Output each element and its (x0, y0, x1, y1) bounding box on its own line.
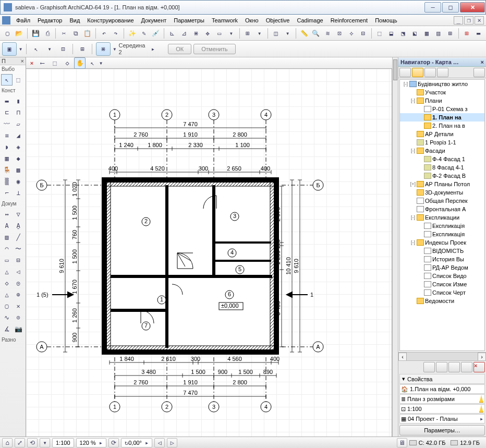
change-tool-icon[interactable]: △ (1, 289, 13, 300)
mdi-restore-button[interactable]: ❐ (464, 16, 473, 25)
play-icon[interactable]: ▸ (147, 43, 159, 55)
find-icon[interactable]: 🔍 (311, 28, 322, 39)
label-tool-icon[interactable]: A̱ (13, 220, 24, 232)
snap-mode-1-icon[interactable]: ⊾ (167, 28, 178, 39)
quick-options-icon[interactable]: ⌂ (2, 438, 13, 447)
tree-item[interactable]: ВІДОМІСТЬ (400, 247, 484, 255)
door-tool-icon[interactable]: ⊏ (1, 107, 13, 118)
nav-next-icon[interactable]: ▷ (167, 438, 177, 447)
grid-tool-icon[interactable]: ⊕ (13, 289, 24, 300)
parameters-button[interactable]: Параметры… (399, 425, 485, 435)
copy-icon[interactable]: ⧉ (70, 28, 81, 39)
tree-item[interactable]: [-]Плани (400, 96, 484, 105)
end-tool-icon[interactable]: ⊥ (13, 187, 24, 199)
nav-settings-icon[interactable] (461, 362, 472, 372)
snap-mode-3-icon[interactable]: ⋇ (190, 28, 201, 39)
tree-item[interactable]: 2. План на в (400, 122, 484, 130)
line-tool-icon[interactable]: ╱ (13, 232, 24, 243)
tab-nav-icon[interactable]: ⟵ (37, 57, 48, 69)
minimize-button[interactable]: — (424, 2, 441, 13)
nav-tab-popup[interactable] (473, 68, 485, 77)
detail-view-icon[interactable]: ⬕ (409, 28, 420, 39)
tab-select-poly-icon[interactable]: ◇ (62, 57, 73, 69)
teamwork-icon[interactable]: ⊞ (461, 28, 472, 39)
corner-tool-icon[interactable]: ⌐ (1, 187, 13, 199)
orbit-icon[interactable]: ⟳ (108, 438, 119, 447)
menu-окно[interactable]: Окно (241, 16, 262, 25)
drawing-tool-icon[interactable]: ▭ (1, 255, 13, 266)
menu-teamwork[interactable]: Teamwork (208, 16, 241, 25)
tree-item[interactable]: 8 Фасад 4-1 (400, 163, 484, 172)
detail-tool-icon[interactable]: ◎ (13, 277, 24, 289)
window-tool-icon[interactable]: ⊓ (13, 107, 24, 118)
snap-mode-2-icon[interactable]: ⊿ (179, 28, 190, 39)
close-button[interactable]: ✕ (460, 2, 485, 13)
cursor-arrow-dd-icon[interactable]: ▾ (44, 43, 55, 55)
beam-tool-icon[interactable]: 〰 (1, 118, 13, 130)
camera-tool-icon[interactable]: 📷 (13, 323, 24, 335)
tree-item[interactable]: Список Видо (400, 272, 484, 280)
prop-name-input[interactable] (415, 386, 486, 392)
tree-item[interactable]: Р-01 Схема з (400, 105, 484, 113)
menu-документ[interactable]: Документ (138, 16, 171, 25)
layer-combo-icon[interactable]: ⊡ (334, 28, 345, 39)
zoom-dd-icon[interactable]: ▾ (40, 438, 50, 447)
drawing-canvas[interactable]: 1234 1234 ББАА (26, 69, 392, 437)
text-tool-icon[interactable]: A (1, 220, 13, 232)
tree-item[interactable]: [-]Фасади (400, 147, 484, 155)
nav-tab-publisher[interactable] (437, 68, 448, 77)
cut-icon[interactable]: ✂ (58, 28, 69, 39)
zone-tool-icon[interactable]: ▩ (13, 164, 24, 176)
tree-item[interactable]: [-]Индексы Проек (400, 238, 484, 247)
mdi-close-button[interactable]: × (475, 16, 484, 25)
prop-layout-input[interactable] (408, 416, 480, 422)
layout-icon[interactable]: ▤ (433, 28, 444, 39)
polyline-tool-icon[interactable]: 〜 (13, 243, 24, 255)
snap-mode-6-icon[interactable]: ▾ (226, 28, 237, 39)
nav-clone-icon[interactable] (448, 362, 460, 372)
tab-cursor-icon[interactable]: ↖ (87, 57, 98, 69)
skylight-tool-icon[interactable]: ◈ (13, 141, 24, 153)
fill-tool-icon[interactable]: ▨ (1, 232, 13, 243)
tree-item[interactable]: Ф-4 Фасад 1 (400, 155, 484, 163)
menu-reinforcement[interactable]: Reinforcement (327, 16, 372, 25)
tree-item[interactable]: [-]Будівництво житло (400, 80, 484, 88)
stair-tool-icon[interactable]: ≡ (1, 130, 13, 141)
worksheet-tool-icon[interactable]: ◇ (1, 277, 13, 289)
tree-item[interactable]: 1 Розріз 1-1 (400, 138, 484, 147)
slab-tool-icon[interactable]: ▱ (13, 118, 24, 130)
magic-wand-icon[interactable]: ✨ (127, 28, 138, 39)
close-tab-icon[interactable]: × (28, 59, 35, 67)
navigator-close-icon[interactable]: × (481, 59, 484, 65)
open-file-icon[interactable]: 📂 (14, 28, 25, 39)
menu-cadimage[interactable]: Cadimage (293, 16, 326, 25)
redo-icon[interactable]: ↷ (111, 28, 122, 39)
nav-prev-icon[interactable]: ◁ (154, 438, 165, 447)
menu-конструирование[interactable]: Конструирование (83, 16, 137, 25)
new-file-icon[interactable]: ▢ (2, 28, 13, 39)
wall-tool-icon[interactable]: ▬ (1, 95, 13, 107)
reserve-icon[interactable]: ▬ (473, 28, 484, 39)
angle-dim-tool-icon[interactable]: ∡ (1, 323, 13, 335)
story-icon[interactable]: ⊟ (358, 28, 369, 39)
curtain-tool-icon[interactable]: ▦ (1, 153, 13, 164)
save-icon[interactable]: 💾 (30, 28, 41, 39)
radial-dim-icon[interactable]: ⊙ (13, 312, 24, 323)
tree-item[interactable]: Участок (400, 88, 484, 96)
tree-item[interactable]: 3D-документы (400, 188, 484, 197)
grid-dropdown-icon[interactable]: ▾ (254, 28, 265, 39)
maximize-button[interactable]: □ (442, 2, 459, 13)
hotspot-tool-icon[interactable]: ✕ (13, 300, 24, 312)
navigator-tree[interactable]: [-]Будівництво житлоУчасток[-]ПланиР-01 … (399, 79, 485, 351)
tree-item[interactable]: Список Черт (400, 288, 484, 297)
shell-tool-icon[interactable]: ◗ (1, 141, 13, 153)
nav-delete-icon[interactable]: × (473, 362, 485, 372)
tree-item[interactable]: История Вы (400, 255, 484, 263)
elevation-tool-icon[interactable]: △ (1, 266, 13, 277)
morph-tool-icon[interactable]: ◆ (13, 153, 24, 164)
marquee-tool-icon[interactable]: ⬚ (13, 74, 24, 86)
eyedropper-icon[interactable]: ✎ (139, 28, 150, 39)
tree-item[interactable]: Список Изме (400, 280, 484, 288)
menu-файл[interactable]: Файл (13, 16, 34, 25)
zoom-display[interactable]: 120 %▸ (76, 438, 106, 447)
